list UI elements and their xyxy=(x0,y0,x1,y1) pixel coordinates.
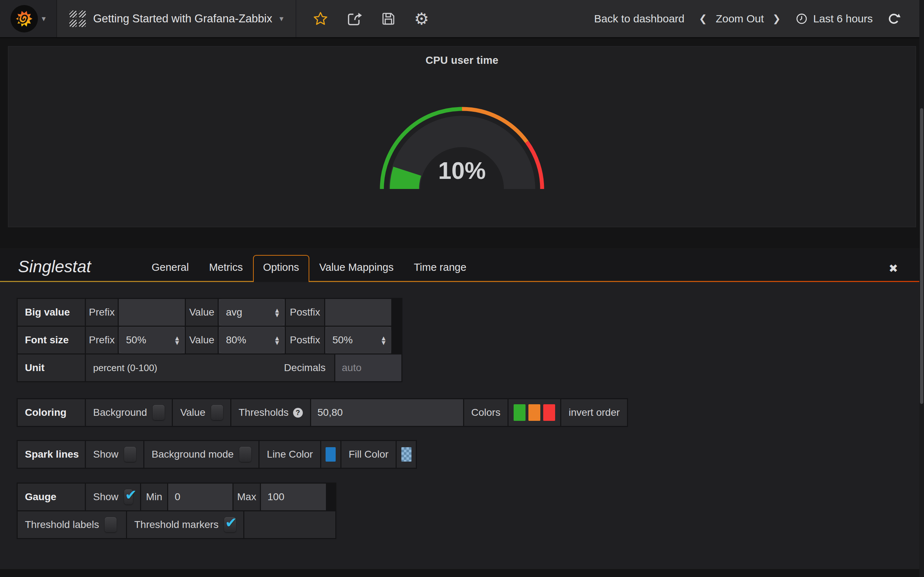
threshold-color-swatch-orange[interactable] xyxy=(528,404,540,421)
gauge-svg: 10% xyxy=(377,78,547,197)
value-stat-select[interactable]: avg ▲▼ xyxy=(219,299,285,326)
select-arrows-icon: ▲▼ xyxy=(275,308,279,317)
max-label: Max xyxy=(234,484,260,510)
spark-lines-row: Spark lines Show Background mode Line Co… xyxy=(18,441,416,468)
min-label: Min xyxy=(141,484,167,510)
select-arrows-icon: ▲▼ xyxy=(175,336,179,345)
background-checkbox[interactable] xyxy=(153,405,165,420)
editor-panel-type: Singlestat xyxy=(18,257,91,282)
star-button[interactable] xyxy=(313,11,328,26)
help-icon[interactable] xyxy=(293,408,303,417)
value-label: Value xyxy=(186,299,218,326)
value-checkbox[interactable] xyxy=(211,405,223,420)
dashboard-title: Getting Started with Grafana-Zabbix xyxy=(93,12,272,25)
navbar: ▾ Getting Started with Grafana-Zabbix ▾ … xyxy=(0,0,924,38)
big-value-prefix-input[interactable] xyxy=(119,299,185,326)
unit-label: Unit xyxy=(18,355,85,381)
save-button[interactable] xyxy=(381,11,396,26)
line-color-label: Line Color xyxy=(260,441,320,468)
big-value-row: Big value Prefix Value avg ▲▼ Postfix xyxy=(18,299,401,326)
min-input[interactable] xyxy=(168,484,233,510)
invert-order-button[interactable]: invert order xyxy=(561,399,627,426)
close-editor-button[interactable]: ✖ xyxy=(888,262,898,282)
back-to-dashboard-button[interactable]: Back to dashboard xyxy=(594,13,684,25)
settings-button[interactable]: ⚙ xyxy=(414,10,429,27)
color-swatches xyxy=(509,399,560,426)
tab-metrics[interactable]: Metrics xyxy=(199,255,253,282)
threshold-labels-checkbox[interactable] xyxy=(105,517,116,532)
decimals-label: Decimals xyxy=(284,362,327,374)
scrollbar-thumb[interactable] xyxy=(920,108,923,404)
options-tab-content: Big value Prefix Value avg ▲▼ Postfix Fo… xyxy=(0,282,924,569)
dashboard-title-button[interactable]: Getting Started with Grafana-Zabbix ▾ xyxy=(57,0,296,37)
unit-picker[interactable]: percent (0-100) xyxy=(93,363,157,374)
background-mode-checkbox[interactable] xyxy=(239,447,251,462)
singlestat-panel: CPU user time 10% xyxy=(8,46,916,227)
gauge-show-label: Show xyxy=(93,491,118,503)
threshold-color-swatch-green[interactable] xyxy=(514,404,525,421)
tab-general[interactable]: General xyxy=(142,255,199,282)
thresholds-input[interactable] xyxy=(311,399,463,426)
zoom-out-button[interactable]: Zoom Out xyxy=(716,13,764,25)
unit-row: Unit percent (0-100) Decimals xyxy=(18,355,401,381)
time-shift-forward-icon[interactable]: ❯ xyxy=(772,13,781,24)
select-arrows-icon: ▲▼ xyxy=(381,336,386,345)
spark-lines-label: Spark lines xyxy=(18,441,85,468)
background-mode-label: Background mode xyxy=(152,449,234,460)
tab-options[interactable]: Options xyxy=(253,255,309,282)
time-picker-button[interactable]: Last 6 hours xyxy=(795,12,873,25)
chevron-down-icon: ▾ xyxy=(42,14,45,23)
dashboard-grid-icon xyxy=(69,10,86,27)
navbar-actions: ⚙ xyxy=(296,0,446,37)
grafana-menu-button[interactable]: ▾ xyxy=(0,0,57,37)
time-range-label: Last 6 hours xyxy=(813,13,873,25)
page-scrollbar[interactable] xyxy=(919,0,924,577)
gauge-show-checkbox[interactable] xyxy=(124,489,133,504)
big-value-label: Big value xyxy=(18,299,85,326)
gauge-section: Gauge Show Min Max Threshold labels Thre… xyxy=(16,482,336,539)
postfix-font-size-select[interactable]: 50% ▲▼ xyxy=(325,327,391,353)
coloring-label: Coloring xyxy=(18,399,85,426)
tab-time-range[interactable]: Time range xyxy=(404,255,477,282)
share-button[interactable] xyxy=(346,10,363,27)
value-font-size-select[interactable]: 80% ▲▼ xyxy=(219,327,285,353)
chevron-down-icon: ▾ xyxy=(279,14,283,23)
panel-title[interactable]: CPU user time xyxy=(426,55,498,66)
navbar-right: Back to dashboard ❮ Zoom Out ❯ Last 6 ho… xyxy=(594,0,924,37)
max-input[interactable] xyxy=(261,484,326,510)
threshold-color-swatch-red[interactable] xyxy=(543,404,555,421)
spark-lines-section: Spark lines Show Background mode Line Co… xyxy=(16,440,417,469)
sparkline-show-checkbox[interactable] xyxy=(124,447,136,462)
value-coloring-label: Value xyxy=(180,407,205,418)
thresholds-label: Thresholds xyxy=(239,407,289,418)
value-label: Value xyxy=(186,327,218,353)
svg-text:10%: 10% xyxy=(438,157,486,184)
threshold-labels-label: Threshold labels xyxy=(25,519,99,530)
refresh-button[interactable] xyxy=(887,12,901,26)
select-arrows-icon: ▲▼ xyxy=(275,336,279,345)
threshold-markers-checkbox[interactable] xyxy=(224,517,236,532)
decimals-input[interactable] xyxy=(335,355,401,381)
gauge-label: Gauge xyxy=(18,484,85,510)
fill-color-label: Fill Color xyxy=(341,441,396,468)
fill-color-swatch[interactable] xyxy=(401,447,412,462)
threshold-markers-label: Threshold markers xyxy=(134,519,218,530)
time-shift-back-icon[interactable]: ❮ xyxy=(699,13,707,24)
postfix-label: Postfix xyxy=(286,327,324,353)
grafana-logo xyxy=(10,5,38,32)
colors-label: Colors xyxy=(464,399,508,426)
gear-icon: ⚙ xyxy=(414,10,429,27)
coloring-section: Coloring Background Value Thresholds Col… xyxy=(16,398,628,427)
line-color-swatch[interactable] xyxy=(326,447,336,462)
editor-tabbar: Singlestat General Metrics Options Value… xyxy=(0,248,924,282)
clock-icon xyxy=(795,12,808,25)
prefix-label: Prefix xyxy=(86,299,118,326)
show-label: Show xyxy=(93,449,118,460)
tab-value-mappings[interactable]: Value Mappings xyxy=(309,255,404,282)
panel-editor: Singlestat General Metrics Options Value… xyxy=(0,248,924,569)
postfix-label: Postfix xyxy=(286,299,324,326)
gauge-row: Gauge Show Min Max xyxy=(18,484,335,510)
prefix-font-size-select[interactable]: 50% ▲▼ xyxy=(119,327,185,353)
big-value-postfix-input[interactable] xyxy=(325,299,391,326)
gauge-chart: 10% xyxy=(377,78,547,198)
